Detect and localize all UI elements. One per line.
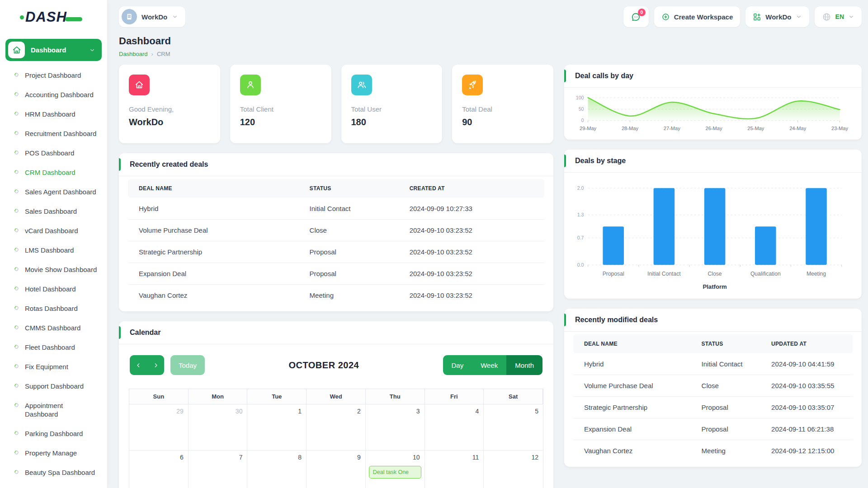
table-header: DEAL NAMESTATUSCREATED AT — [128, 179, 544, 198]
workspace-avatar — [122, 9, 137, 24]
calendar-view-month-button[interactable]: Month — [506, 355, 542, 375]
calendar-day-6[interactable]: 6 — [129, 450, 189, 488]
rocket-icon — [462, 75, 483, 95]
sidebar-item-beauty-spa-dashboard[interactable]: Beauty Spa Dashboard — [5, 463, 102, 476]
calendar-day-30[interactable]: 30 — [189, 404, 248, 450]
home-icon — [129, 75, 150, 95]
sidebar-item-pos-dashboard[interactable]: POS Dashboard — [5, 143, 102, 163]
sidebar-item-parking-dashboard[interactable]: Parking Dashboard — [5, 424, 102, 443]
sidebar-item-accounting-dashboard[interactable]: Accounting Dashboard — [5, 85, 102, 104]
circle-bullet-icon — [14, 344, 19, 350]
sidebar-item-cmms-dashboard[interactable]: CMMS Dashboard — [5, 318, 102, 338]
chevron-down-icon — [89, 47, 95, 53]
calendar-day-7[interactable]: 7 — [189, 450, 248, 488]
language-selector[interactable]: EN — [815, 6, 862, 27]
messages-button[interactable]: 0 — [623, 6, 649, 27]
calendar-day-29[interactable]: 29 — [129, 404, 189, 450]
calendar-day-9[interactable]: 9 — [307, 450, 366, 488]
app-logo[interactable]: DASH — [0, 0, 107, 27]
sidebar-item-support-dashboard[interactable]: Support Dashboard — [5, 376, 102, 396]
sidebar-item-label: CMMS Dashboard — [25, 324, 80, 332]
sidebar-item-fix-equipment[interactable]: Fix Equipment — [5, 357, 102, 376]
create-workspace-button[interactable]: Create Workspace — [654, 6, 741, 27]
calendar-day-4[interactable]: 4 — [425, 404, 484, 450]
calendar-day-1[interactable]: 1 — [247, 404, 307, 450]
breadcrumb-item-dashboard[interactable]: Dashboard — [119, 51, 148, 57]
svg-text:27-May: 27-May — [664, 126, 681, 131]
sidebar-item-hrm-dashboard[interactable]: HRM Dashboard — [5, 104, 102, 124]
table-cell: Strategic Partnership — [128, 241, 299, 263]
sidebar-item-appointment-dashboard[interactable]: Appointment Dashboard — [5, 396, 102, 424]
circle-bullet-icon — [14, 450, 19, 455]
deals-by-stage-card: Deals by stage 2.01.30.70.0ProposalIniti… — [564, 150, 862, 299]
grid-plus-icon — [753, 13, 761, 21]
day-number: 30 — [236, 408, 243, 415]
recent-created-table: DEAL NAMESTATUSCREATED ATHybridInitial C… — [119, 176, 553, 311]
workspace-menu-button[interactable]: WorkDo — [745, 6, 809, 27]
day-number: 29 — [176, 408, 184, 415]
calendar-weekday-sat: Sat — [484, 389, 543, 404]
sidebar-item-recruitment-dashboard[interactable]: Recruitment Dashboard — [5, 124, 102, 143]
table-cell: 2024-09-10 03:23:52 — [399, 285, 544, 306]
sidebar-item-sales-agent-dashboard[interactable]: Sales Agent Dashboard — [5, 182, 102, 202]
calendar-event[interactable]: Deal task One — [369, 466, 421, 479]
sidebar-item-movie-show-dashboard[interactable]: Movie Show Dashboard — [5, 260, 102, 279]
breadcrumb-separator: › — [151, 51, 153, 57]
sidebar-item-label: Fix Equipment — [25, 362, 68, 371]
deals-table: DEAL NAMESTATUSUPDATED ATHybridInitial C… — [573, 334, 853, 461]
notification-badge: 0 — [638, 9, 646, 16]
circle-bullet-icon — [14, 111, 19, 117]
table-row: Vaughan CortezMeeting2024-09-12 12:15:00 — [573, 440, 853, 462]
day-number: 2 — [357, 408, 361, 415]
sidebar-item-label: POS Dashboard — [25, 149, 74, 157]
sidebar-item-property-manage[interactable]: Property Manage — [5, 443, 102, 463]
calendar-view-day-button[interactable]: Day — [443, 355, 472, 375]
workspace-selector[interactable]: WorkDo — [119, 6, 185, 27]
table-cell: Vaughan Cortez — [128, 285, 299, 306]
calendar-grid: SunMonTueWedThuFriSat293012345678910Deal… — [129, 389, 543, 488]
calendar-day-11[interactable]: 11 — [425, 450, 484, 488]
calendar-today-button[interactable]: Today — [170, 355, 205, 375]
calendar-weekday-wed: Wed — [307, 389, 366, 404]
calendar-next-button[interactable] — [147, 355, 164, 375]
calendar-day-10[interactable]: 10Deal task One — [366, 450, 425, 488]
sidebar-item-hotel-dashboard[interactable]: Hotel Dashboard — [5, 279, 102, 299]
table-row: Strategic PartnershipProposal2024-09-10 … — [128, 241, 544, 263]
calendar-day-2[interactable]: 2 — [307, 404, 366, 450]
svg-text:28-May: 28-May — [622, 126, 639, 131]
users-icon — [351, 75, 372, 95]
sidebar-item-sales-dashboard[interactable]: Sales Dashboard — [5, 202, 102, 221]
sidebar-item-vcard-dashboard[interactable]: vCard Dashboard — [5, 221, 102, 240]
sidebar-item-lms-dashboard[interactable]: LMS Dashboard — [5, 240, 102, 260]
svg-text:Platform: Platform — [703, 283, 726, 290]
calendar-view-week-button[interactable]: Week — [472, 355, 506, 375]
sidebar-item-label: Project Dashboard — [25, 71, 81, 80]
svg-text:25-May: 25-May — [747, 126, 764, 131]
circle-bullet-icon — [14, 150, 19, 155]
sidebar-item-label: Recruitment Dashboard — [25, 129, 96, 138]
svg-text:Qualification: Qualification — [750, 271, 781, 277]
day-number: 8 — [298, 454, 302, 461]
calendar-prev-button[interactable] — [130, 355, 147, 375]
sidebar-item-label: Property Manage — [25, 449, 77, 457]
day-number: 10 — [413, 454, 420, 461]
circle-bullet-icon — [14, 324, 19, 330]
calendar-day-5[interactable]: 5 — [484, 404, 543, 450]
sidebar-group-dashboard[interactable]: Dashboard — [5, 39, 102, 61]
calendar-day-8[interactable]: 8 — [247, 450, 307, 488]
left-column: Good Evening,WorkDoTotal Client120Total … — [119, 65, 553, 488]
sidebar-item-rotas-dashboard[interactable]: Rotas Dashboard — [5, 299, 102, 318]
section-header: Recently modified deals — [564, 309, 862, 332]
column-header-updated-at: UPDATED AT — [760, 334, 853, 353]
circle-bullet-icon — [14, 247, 19, 253]
table-cell: 2024-09-10 04:41:59 — [760, 353, 853, 375]
sidebar-item-crm-dashboard[interactable]: CRM Dashboard — [5, 163, 102, 182]
calendar-day-12[interactable]: 12 — [484, 450, 543, 488]
stat-card-label: Total Client — [240, 105, 321, 113]
svg-text:23-May: 23-May — [831, 126, 849, 131]
sidebar-item-label: Fleet Dashboard — [25, 343, 75, 352]
calendar-day-3[interactable]: 3 — [366, 404, 425, 450]
home-icon — [8, 42, 25, 58]
sidebar-item-project-dashboard[interactable]: Project Dashboard — [5, 66, 102, 85]
sidebar-item-fleet-dashboard[interactable]: Fleet Dashboard — [5, 338, 102, 357]
